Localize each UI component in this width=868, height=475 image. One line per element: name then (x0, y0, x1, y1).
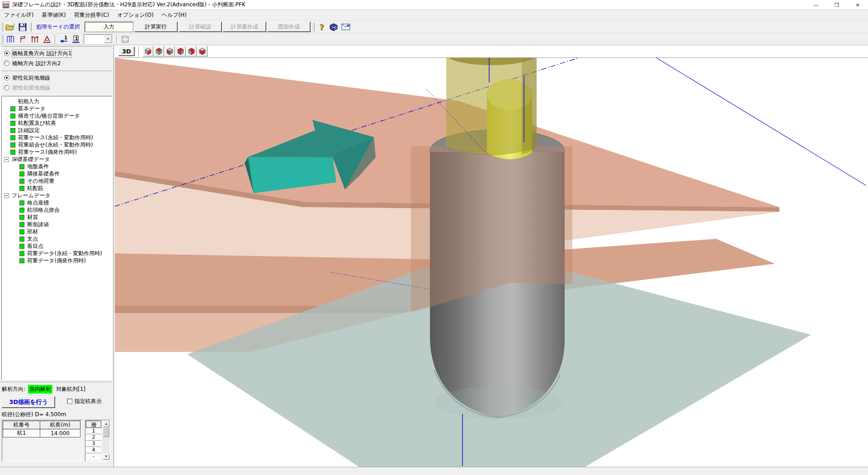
collapse-icon[interactable] (4, 157, 9, 162)
tree-group-frame-data[interactable]: フレームデータ (2, 192, 111, 199)
tree-item-pile-layout[interactable]: 杭配置及び杭長 (2, 119, 111, 127)
status-square-icon (19, 208, 24, 213)
pile-no-header: 杭番号 (3, 421, 40, 429)
input-mode-button[interactable]: 入力 (85, 22, 133, 32)
menu-help[interactable]: ヘルプ(H) (158, 10, 191, 20)
list-item[interactable]: - (86, 453, 101, 460)
open-file-icon[interactable] (5, 22, 16, 32)
tree-item-basic-data[interactable]: 基本データ (2, 105, 111, 112)
pile-no-cell: 杭1 (3, 429, 40, 437)
3d-model-icon[interactable] (328, 22, 340, 32)
member-number-icon[interactable]: 1 (70, 34, 81, 44)
rebar-section-icon[interactable] (41, 34, 52, 44)
scrollbar-thumb[interactable] (103, 427, 109, 437)
menu-bar: ファイル(F) 基準値(K) 荷重分担率(C) オプション(O) ヘルプ(H) (0, 10, 868, 21)
radio-direction-1[interactable]: 橋軸直角方向 設計方向1 (1, 48, 112, 58)
tree-group-foundation-data[interactable]: 深礎基礎データ (2, 156, 111, 163)
show-pile-checkbox-row[interactable]: 指定杭表示 (67, 398, 102, 405)
tree-item-material[interactable]: 材質 (2, 214, 111, 221)
3d-scene[interactable] (115, 58, 868, 467)
create-report-button: 計算書作成 (223, 22, 266, 32)
frame-side-view-icon[interactable] (17, 34, 28, 44)
pile-diameter-label: 杭径(公称径) D= 4.500m (2, 411, 110, 419)
view-cube-bottom-button[interactable] (197, 46, 208, 57)
status-square-icon (10, 128, 15, 133)
view-cube-left-button[interactable] (165, 46, 175, 57)
close-button[interactable]: ✕ (847, 0, 868, 10)
tree-item-ground-conditions[interactable]: 地盤条件 (2, 163, 111, 170)
run-calculation-button[interactable]: 計算実行 (134, 22, 178, 32)
scroll-up-button[interactable] (103, 421, 109, 427)
scale-combobox[interactable] (84, 34, 113, 44)
status-square-icon (10, 121, 15, 126)
view-toolbar: 1 1 (0, 33, 868, 45)
tree-item-supports[interactable]: 支点 (2, 235, 111, 242)
view-cube-top-left-button[interactable] (175, 46, 186, 57)
pile-layout-icon[interactable] (29, 34, 40, 44)
status-square-icon (19, 244, 24, 249)
radio-icon (4, 85, 9, 90)
menu-file[interactable]: ファイル(F) (0, 10, 38, 20)
status-bar (0, 467, 868, 475)
list-item[interactable]: 1 (86, 428, 101, 434)
menu-options[interactable]: オプション(O) (113, 10, 157, 20)
mode-select-label[interactable]: 処理モードの選択 (33, 22, 84, 32)
list-item[interactable]: 4 (86, 447, 101, 453)
tree-item-pile-head-joint[interactable]: 杭頭格点接合 (2, 206, 111, 214)
tree-item-initial-input[interactable]: 初期入力 (2, 98, 111, 105)
status-square-icon (10, 106, 15, 111)
frame-front-view-icon[interactable] (5, 34, 16, 44)
radio-selected-icon (4, 75, 9, 81)
tree-item-detail-settings[interactable]: 詳細設定 (2, 127, 111, 134)
main-area: 橋軸直角方向 設計方向1 橋軸方向 設計方向2 塑性化前地層線 塑性化後地層線 (0, 45, 868, 467)
status-square-icon (10, 135, 15, 140)
tree-item-adjacent-foundation[interactable]: 隣接基礎条件 (2, 170, 111, 177)
tree-item-pile-rebar[interactable]: 杭配筋 (2, 185, 111, 192)
tree-item-members[interactable]: 部材 (2, 228, 111, 235)
checkbox-icon[interactable] (67, 399, 72, 404)
list-item[interactable]: 2 (86, 434, 101, 441)
scroll-down-button[interactable] (103, 453, 109, 460)
tree-item-load-combination[interactable]: 荷重組合せ(永続・変動作用時) (2, 141, 111, 148)
tree-item-load-data-accidental[interactable]: 荷重データ(偶発作用時) (2, 257, 111, 264)
table-row[interactable]: 杭1 14.000 (3, 429, 80, 437)
mail-icon[interactable] (340, 22, 352, 32)
combobox-dropdown-button[interactable] (104, 35, 112, 43)
scroll-down-icon (105, 456, 108, 457)
collapse-icon[interactable] (4, 193, 9, 198)
3d-viewport[interactable]: 3D (114, 45, 868, 467)
tree-item-structure-dims[interactable]: 構造寸法/橋台背面データ (2, 112, 111, 119)
menu-load-share[interactable]: 荷重分担率(C) (70, 10, 113, 20)
restore-button[interactable]: ❐ (826, 0, 847, 10)
window-title: 深礎フレームの設計・3D配筋(部分係数法・H29道示対応) Ver.2(Adva… (12, 1, 245, 9)
list-item[interactable]: 3 (86, 441, 101, 447)
scale-input[interactable] (85, 35, 104, 43)
radio-soil-before[interactable]: 塑性化前地層線 (1, 73, 112, 83)
target-pile-row-label: 対象杭列[1] (56, 385, 85, 393)
tree-item-load-case-accidental[interactable]: 荷重ケース(偶発作用時) (2, 148, 111, 156)
node-number-icon[interactable]: 1 (58, 34, 69, 44)
tree-item-section-properties[interactable]: 断面諸値 (2, 221, 111, 228)
radio-direction-2[interactable]: 橋軸方向 設計方向2 (1, 58, 112, 68)
create-drawing-button: 図面作成 (267, 22, 311, 32)
render-3d-button[interactable]: 3D描画を行う (2, 396, 55, 408)
view-cube-top-button[interactable] (154, 46, 164, 57)
tree-item-load-case-permanent[interactable]: 荷重ケース(永続・変動作用時) (2, 134, 111, 141)
minimize-button[interactable]: — (806, 0, 826, 10)
soil-line-group: 塑性化前地層線 塑性化後地層線 (1, 71, 112, 95)
status-square-icon (10, 142, 15, 147)
3d-mode-button[interactable]: 3D (118, 47, 135, 56)
save-icon[interactable] (17, 22, 28, 32)
view-cube-right-button[interactable] (143, 46, 153, 57)
status-square-icon (19, 164, 24, 169)
tree-item-node-coords[interactable]: 格点座標 (2, 199, 111, 206)
tree-item-other-loads[interactable]: その他荷重 (2, 177, 111, 185)
tree-item-check-points[interactable]: 着目点 (2, 242, 111, 250)
help-icon[interactable]: ? (316, 22, 327, 32)
layer-scrollbar[interactable] (103, 421, 109, 460)
menu-standard-values[interactable]: 基準値(K) (38, 10, 70, 20)
pile-length-header: 杭長(m) (40, 421, 80, 429)
view-cube-top-right-button[interactable] (186, 46, 197, 57)
toolbar-grip (30, 23, 31, 32)
tree-item-load-data-permanent[interactable]: 荷重データ(永続・変動作用時) (2, 250, 111, 257)
